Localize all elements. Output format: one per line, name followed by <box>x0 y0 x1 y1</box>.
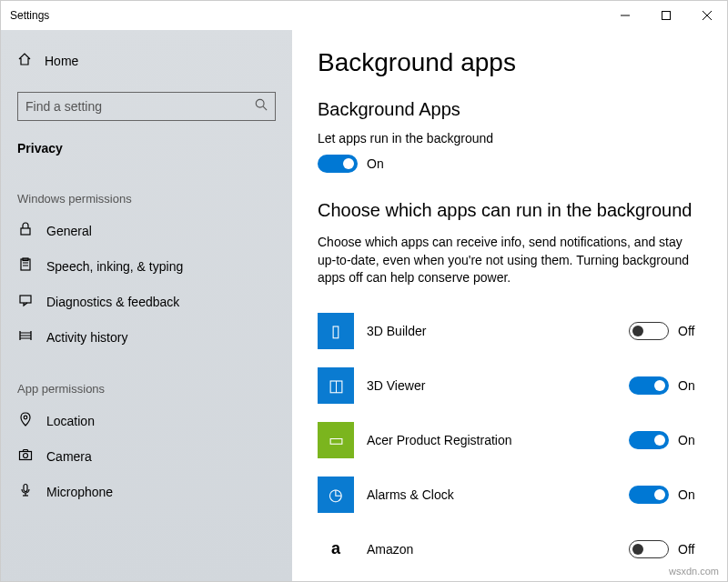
choose-description: Choose which apps can receive info, send… <box>318 234 702 287</box>
sidebar-item-activity-history[interactable]: Activity history <box>1 319 292 355</box>
app-toggle-group: On <box>629 486 702 504</box>
titlebar: Settings <box>1 1 727 30</box>
app-list: ▯3D BuilderOff◫3D ViewerOn▭Acer Product … <box>318 307 702 573</box>
section-header: Windows permissions <box>1 165 292 213</box>
sidebar-item-label: Diagnostics & feedback <box>46 295 179 309</box>
app-toggle[interactable] <box>629 376 669 395</box>
app-toggle[interactable] <box>629 486 669 504</box>
svg-point-19 <box>24 454 28 458</box>
app-icon: ▭ <box>318 422 354 458</box>
sidebar-item-diagnostics-feedback[interactable]: Diagnostics & feedback <box>1 284 292 319</box>
svg-rect-20 <box>24 485 27 492</box>
choose-heading: Choose which apps can run in the backgro… <box>318 200 702 221</box>
maximize-button[interactable] <box>645 2 686 29</box>
home-label: Home <box>45 54 78 68</box>
sidebar-item-location[interactable]: Location <box>1 403 292 438</box>
app-toggle[interactable] <box>629 431 669 449</box>
microphone-icon <box>17 483 34 500</box>
home-link[interactable]: Home <box>1 46 292 75</box>
app-toggle-state: On <box>678 378 695 393</box>
app-row: ▯3D BuilderOff <box>318 307 702 355</box>
close-button[interactable] <box>686 2 727 29</box>
search-icon <box>255 98 268 115</box>
app-name-label: 3D Builder <box>367 324 616 338</box>
sidebar-item-camera[interactable]: Camera <box>1 438 292 474</box>
minimize-button[interactable] <box>604 2 645 29</box>
app-toggle-group: Off <box>629 322 702 340</box>
window-title: Settings <box>10 9 49 22</box>
svg-line-5 <box>263 106 267 110</box>
app-toggle-state: On <box>678 433 695 447</box>
sidebar-item-label: Activity history <box>46 330 127 345</box>
svg-point-4 <box>256 99 264 107</box>
location-icon <box>17 412 34 429</box>
sidebar-item-label: Camera <box>46 449 92 464</box>
current-section-label: Privacy <box>1 132 292 165</box>
app-icon: a <box>318 531 354 567</box>
app-toggle[interactable] <box>629 322 669 340</box>
app-row: ◫3D ViewerOn <box>318 362 702 409</box>
svg-rect-6 <box>21 228 30 235</box>
app-toggle-state: Off <box>678 324 694 338</box>
sidebar-item-microphone[interactable]: Microphone <box>1 474 292 509</box>
feedback-icon <box>17 293 34 310</box>
svg-rect-1 <box>662 12 670 20</box>
svg-point-17 <box>24 416 27 419</box>
sidebar: Home Privacy Windows permissionsGeneralS… <box>1 30 292 581</box>
section-header: App permissions <box>1 355 292 403</box>
app-row: ◷Alarms & ClockOn <box>318 471 702 518</box>
app-name-label: Alarms & Clock <box>367 487 616 502</box>
master-toggle[interactable] <box>318 155 358 173</box>
clipboard-icon <box>17 257 34 275</box>
sidebar-item-general[interactable]: General <box>1 213 292 248</box>
search-box[interactable] <box>17 92 276 121</box>
app-icon: ◷ <box>318 477 354 513</box>
page-title: Background apps <box>318 48 702 77</box>
window-controls <box>604 2 727 29</box>
app-name-label: Amazon <box>367 542 616 557</box>
sidebar-item-label: General <box>46 224 92 238</box>
app-toggle-group: On <box>629 431 702 449</box>
app-icon: ▯ <box>318 313 354 349</box>
app-name-label: Acer Product Registration <box>367 433 616 447</box>
watermark: wsxdn.com <box>669 566 719 577</box>
app-icon: ◫ <box>318 367 354 404</box>
app-toggle-state: On <box>678 487 695 502</box>
sidebar-item-label: Microphone <box>46 485 113 499</box>
main-content: Background apps Background Apps Let apps… <box>292 30 727 581</box>
lock-icon <box>17 222 34 239</box>
master-heading: Background Apps <box>318 99 702 120</box>
master-description: Let apps run in the background <box>318 131 702 146</box>
app-row: aAmazonOff <box>318 526 702 573</box>
svg-rect-18 <box>20 452 32 460</box>
home-icon <box>17 52 32 70</box>
app-toggle-group: On <box>629 376 702 395</box>
app-toggle-group: Off <box>629 540 702 558</box>
app-row: ▭Acer Product RegistrationOn <box>318 416 702 464</box>
master-toggle-state: On <box>367 156 384 171</box>
camera-icon <box>17 447 34 465</box>
sidebar-item-label: Location <box>46 414 95 428</box>
svg-rect-11 <box>20 296 31 303</box>
master-toggle-row: On <box>318 155 702 173</box>
activity-icon <box>17 328 34 346</box>
search-input[interactable] <box>25 99 255 114</box>
sidebar-item-speech-inking-typing[interactable]: Speech, inking, & typing <box>1 248 292 284</box>
app-toggle-state: Off <box>678 542 694 557</box>
app-toggle[interactable] <box>629 540 669 558</box>
app-name-label: 3D Viewer <box>367 378 616 393</box>
sidebar-item-label: Speech, inking, & typing <box>46 259 183 274</box>
